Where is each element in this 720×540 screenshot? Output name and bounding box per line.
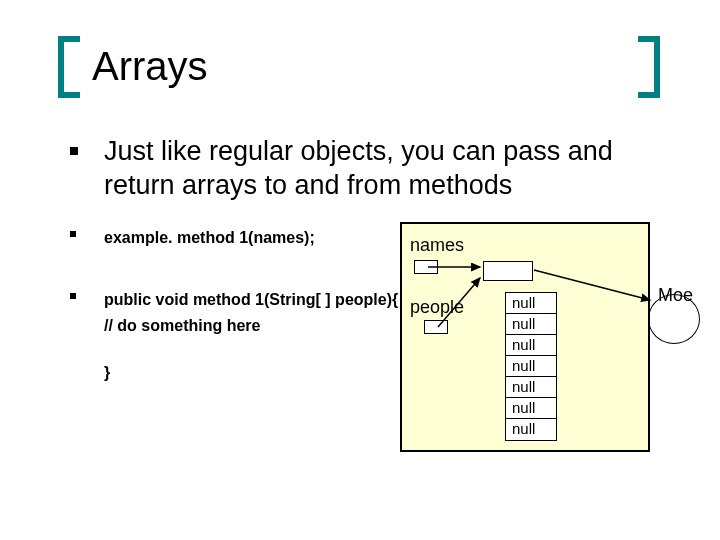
people-ref-box xyxy=(424,320,448,334)
code-line-2c: } xyxy=(104,360,398,386)
names-label: names xyxy=(410,235,464,256)
moe-label: Moe xyxy=(658,285,693,306)
null-cell: null xyxy=(506,419,556,440)
code-bullet-2: public void method 1(String[ ] people){ … xyxy=(70,287,398,386)
title-bracket-left xyxy=(58,36,80,98)
bullet-icon xyxy=(70,231,76,237)
title-bracket-right xyxy=(638,36,660,98)
slide-title: Arrays xyxy=(92,44,208,89)
null-cell: null xyxy=(506,293,556,314)
null-cell: null xyxy=(506,314,556,335)
main-bullet-text: Just like regular objects, you can pass … xyxy=(104,135,670,203)
code-line-2b: // do something here xyxy=(104,313,398,339)
code-line-1: example. method 1(names); xyxy=(104,225,315,251)
null-cell: null xyxy=(506,335,556,356)
null-cell: null xyxy=(506,356,556,377)
people-label: people xyxy=(410,297,464,318)
code-bullet-1: example. method 1(names); xyxy=(70,225,315,271)
main-bullet-row: Just like regular objects, you can pass … xyxy=(70,135,670,203)
content-area: Just like regular objects, you can pass … xyxy=(70,135,670,223)
code-line-2a: public void method 1(String[ ] people){ xyxy=(104,287,398,313)
null-array: null null null null null null null xyxy=(505,292,557,441)
null-cell: null xyxy=(506,377,556,398)
bullet-icon xyxy=(70,147,78,155)
null-cell: null xyxy=(506,398,556,419)
bullet-icon xyxy=(70,293,76,299)
names-ref-box xyxy=(414,260,438,274)
array-first-cell xyxy=(483,261,533,281)
